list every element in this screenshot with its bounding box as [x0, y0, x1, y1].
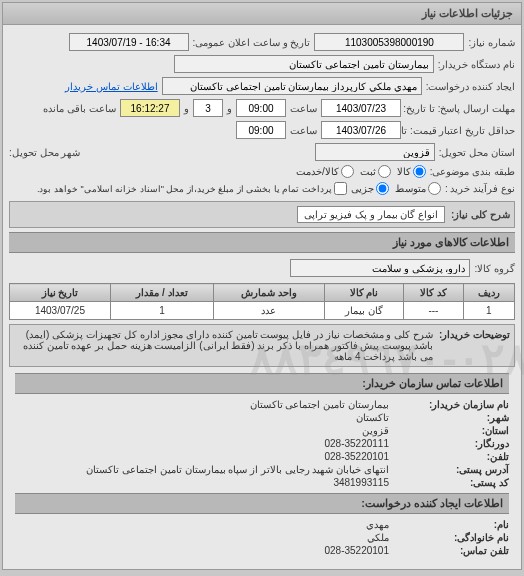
remain-time-field — [120, 99, 180, 117]
buyer-org-label: نام دستگاه خریدار: — [438, 59, 515, 70]
th-code: کد کالا — [404, 284, 464, 302]
c-addr: انتهای خیابان شهید رجایی بالاتر از سپاه … — [86, 464, 389, 475]
c-fax: 028-35220111 — [324, 438, 389, 449]
c-province-label: استان: — [389, 425, 509, 436]
valid-to-label: حداقل تاریخ اعتبار قیمت: تا تاریخ: — [405, 125, 515, 136]
creator-section-title: اطلاعات ایجاد کننده درخواست: — [15, 493, 509, 514]
valid-time-label: ساعت — [290, 125, 317, 136]
valid-date-field[interactable] — [321, 121, 401, 139]
c-post: 3481993115 — [333, 477, 389, 488]
remain-suffix: ساعت باقی مانده — [43, 103, 116, 114]
c-cname-label: نام: — [389, 519, 509, 530]
c-phone-label: تلفن: — [389, 451, 509, 462]
c-cname: مهدي — [366, 519, 389, 530]
class-opt-2[interactable]: کالا/خدمت — [296, 165, 354, 178]
city-label: شهر محل تحویل: — [9, 147, 80, 158]
c-clast-label: نام خانوادگی: — [389, 532, 509, 543]
need-title-value: انواع گان بیمار و پک فیزیو تراپی — [297, 206, 445, 223]
and-label: و — [227, 103, 232, 114]
radio-icon[interactable] — [428, 182, 441, 195]
valid-time-field[interactable] — [236, 121, 286, 139]
process-opt-0[interactable]: متوسط — [395, 182, 441, 195]
th-name: نام کالا — [324, 284, 403, 302]
radio-icon[interactable] — [376, 182, 389, 195]
req-no-label: شماره نیاز: — [468, 37, 515, 48]
c-org-label: نام سازمان خریدار: — [389, 399, 509, 410]
resp-to-label: مهلت ارسال پاسخ: تا تاریخ: — [405, 103, 515, 114]
c-addr-label: آدرس پستی: — [389, 464, 509, 475]
creator-label: ایجاد کننده درخواست: — [426, 81, 515, 92]
items-table: ردیف کد کالا نام کالا واحد شمارش تعداد /… — [9, 283, 515, 320]
cell-code: --- — [404, 302, 464, 320]
c-cphone: 028-35220101 — [324, 545, 389, 556]
c-fax-label: دورنگار: — [389, 438, 509, 449]
c-cphone-label: تلفن تماس: — [389, 545, 509, 556]
th-unit: واحد شمارش — [213, 284, 324, 302]
process-label: نوع فرآیند خرید : — [445, 183, 515, 194]
c-province: قزوين — [362, 425, 389, 436]
resp-time-field[interactable] — [236, 99, 286, 117]
province-field — [315, 143, 435, 161]
contact-link[interactable]: اطلاعات تماس خریدار — [65, 81, 158, 92]
details-panel: جزئیات اطلاعات نیاز شماره نیاز: تاریخ و … — [2, 2, 522, 570]
process-note-check[interactable]: پرداخت تمام یا بخشی از مبلغ خرید،از محل … — [37, 182, 347, 195]
creator-field — [162, 77, 422, 95]
c-clast: ملكي — [367, 532, 389, 543]
cell-qty: 1 — [110, 302, 213, 320]
c-phone: 028-35220101 — [324, 451, 389, 462]
resp-time-label: ساعت — [290, 103, 317, 114]
th-idx: ردیف — [463, 284, 514, 302]
table-row[interactable]: 1 --- گان بیمار عدد 1 1403/07/25 — [10, 302, 515, 320]
class-opt-0[interactable]: کالا — [397, 165, 426, 178]
radio-icon[interactable] — [378, 165, 391, 178]
th-date: تاریخ نیاز — [10, 284, 111, 302]
cell-unit: عدد — [213, 302, 324, 320]
process-radio-group: متوسط جزیی — [351, 182, 441, 195]
items-section-title: اطلاعات کالاهای مورد نیاز — [9, 232, 515, 253]
buyer-notes-box: توضیحات خریدار: شرح کلی و مشخصات نیاز در… — [9, 324, 515, 367]
c-post-label: کد پستی: — [389, 477, 509, 488]
contact-section: ٠٢٨-٨٨٣٤٩٦٧٠ اطلاعات تماس سازمان خریدار:… — [9, 367, 515, 563]
pub-date-field — [69, 33, 189, 51]
th-qty: تعداد / مقدار — [110, 284, 213, 302]
cell-name: گان بیمار — [324, 302, 403, 320]
panel-title: جزئیات اطلاعات نیاز — [3, 3, 521, 25]
province-label: استان محل تحویل: — [439, 147, 515, 158]
group-label: گروه کالا: — [474, 263, 515, 274]
resp-date-field[interactable] — [321, 99, 401, 117]
buyer-notes-label: توضیحات خریدار: — [439, 329, 510, 362]
remain-and-label: و — [184, 103, 189, 114]
class-opt-1[interactable]: ثبت — [360, 165, 391, 178]
radio-icon[interactable] — [341, 165, 354, 178]
need-title-label: شرح کلی نیاز: — [451, 209, 510, 220]
need-title-box: شرح کلی نیاز: انواع گان بیمار و پک فیزیو… — [9, 201, 515, 228]
checkbox-icon[interactable] — [334, 182, 347, 195]
pub-date-label: تاریخ و ساعت اعلان عمومی: — [193, 37, 311, 48]
c-org: بیمارستان تامین اجتماعی تاکستان — [250, 399, 389, 410]
cell-date: 1403/07/25 — [10, 302, 111, 320]
contact-section-title: اطلاعات تماس سازمان خریدار: — [15, 373, 509, 394]
buyer-org-field — [174, 55, 434, 73]
c-city: تاکستان — [356, 412, 389, 423]
radio-icon[interactable] — [413, 165, 426, 178]
remain-days-field — [193, 99, 223, 117]
req-no-field — [314, 33, 464, 51]
process-opt-1[interactable]: جزیی — [351, 182, 389, 195]
c-city-label: شهر: — [389, 412, 509, 423]
class-radio-group: کالا ثبت کالا/خدمت — [296, 165, 426, 178]
group-field — [290, 259, 470, 277]
class-label: طبقه بندی موضوعی: — [430, 166, 515, 177]
buyer-notes-text: شرح کلی و مشخصات نیاز در فایل پیوست تامی… — [14, 329, 433, 362]
table-header-row: ردیف کد کالا نام کالا واحد شمارش تعداد /… — [10, 284, 515, 302]
cell-idx: 1 — [463, 302, 514, 320]
